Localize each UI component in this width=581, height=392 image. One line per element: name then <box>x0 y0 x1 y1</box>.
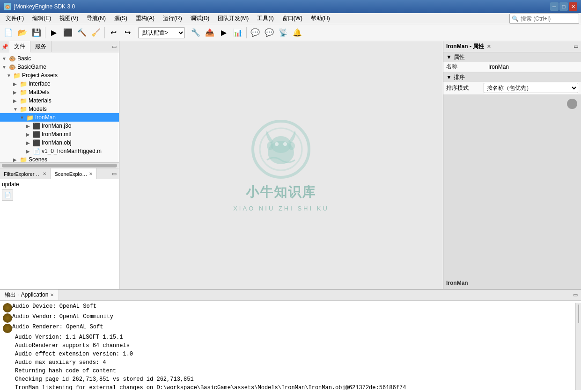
tab-files[interactable]: 文件 <box>9 41 30 52</box>
tab-output[interactable]: 输出 - Application ✕ <box>0 290 59 300</box>
tree-item-interface[interactable]: ▶ 📁 Interface <box>0 80 119 88</box>
toolbar-clean-btn[interactable]: 🧹 <box>89 26 103 39</box>
toolbar-redo-btn[interactable]: ↪ <box>121 26 134 39</box>
toolbar-btn-b[interactable]: 📤 <box>203 26 216 39</box>
bottom-left-maximize[interactable]: ▭ <box>110 168 119 179</box>
toolbar-save-all-btn[interactable]: 💾 <box>30 26 43 39</box>
output-text-2: Audio Vendor: OpenAL Community <box>12 313 573 320</box>
expand-ironman-j3o[interactable]: ▶ <box>26 123 33 129</box>
tree-item-ironman-mtl[interactable]: ▶ ⬛ IronMan.mtl <box>0 130 119 138</box>
toolbar-new-btn[interactable]: 📄 <box>2 26 15 39</box>
expand-ironman[interactable]: ▼ <box>20 115 26 120</box>
output-line-1: Audio Device: OpenAL Soft <box>0 303 575 313</box>
watermark-text-zh: 小牛知识库 <box>246 183 316 201</box>
expand-materials[interactable]: ▶ <box>13 98 20 103</box>
label-models: Models <box>29 106 117 112</box>
bottom-panel: 输出 - Application ✕ ▭ Audio Device: OpenA… <box>0 289 581 392</box>
svg-point-4 <box>267 142 273 150</box>
menu-help[interactable]: 帮助(H) <box>307 14 334 23</box>
tree-item-ironman[interactable]: ▼ 📁 IronMan <box>0 113 119 122</box>
toolbar-undo-btn[interactable]: ↩ <box>107 26 120 39</box>
toolbar-btn-a[interactable]: 🔧 <box>189 26 202 39</box>
expand-models[interactable]: ▼ <box>13 107 20 112</box>
tab-services[interactable]: 服务 <box>30 41 51 52</box>
minimize-button[interactable]: ─ <box>550 2 559 11</box>
hscroll-thumb[interactable] <box>2 164 117 167</box>
tab-output-close[interactable]: ✕ <box>50 292 54 298</box>
menu-navigate[interactable]: 导航(N) <box>83 14 110 23</box>
right-panel-close-tab[interactable]: ✕ <box>487 44 491 49</box>
close-button[interactable]: ✕ <box>569 2 577 11</box>
search-input[interactable] <box>521 15 577 22</box>
watermark-logo <box>250 119 311 180</box>
toolbar: 📄 📂 💾 ▶ ⬛ 🔨 🧹 ↩ ↪ 默认配置> 🔧 📤 ▶ 📊 💬 💬 📡 🔔 <box>0 24 581 41</box>
tree-item-scenes[interactable]: ▶ 📁 Scenes <box>0 155 119 162</box>
expand-projectassets[interactable]: ▼ <box>7 73 13 78</box>
tab-sceneexplorer-close[interactable]: ✕ <box>89 171 93 176</box>
expand-basicgame[interactable]: ▼ <box>2 65 8 70</box>
expand-ironman-rigged[interactable]: ▶ <box>26 149 33 154</box>
toolbar-btn-e[interactable]: 💬 <box>263 26 276 39</box>
output-maximize[interactable]: ▭ <box>570 290 581 300</box>
tree-item-ironman-j3o[interactable]: ▶ ⬛ IronMan.j3o <box>0 122 119 130</box>
left-panel-pin[interactable]: 📌 <box>0 41 9 52</box>
expand-scenes[interactable]: ▶ <box>13 157 20 162</box>
toolbar-run2-btn[interactable]: ▶ <box>217 26 230 39</box>
tab-sceneexplorer[interactable]: SceneExplo… ✕ <box>51 168 97 179</box>
tree-item-projectassets[interactable]: ▼ 📁 Project Assets <box>0 71 119 80</box>
menu-file[interactable]: 文件(F) <box>2 14 28 23</box>
output-scrollbar[interactable] <box>575 303 581 390</box>
menu-run[interactable]: 运行(R) <box>159 14 186 23</box>
bottom-left-tabs: FilterExplorer … ✕ SceneExplo… ✕ ▭ <box>0 168 119 179</box>
label-ironman-j3o: IronMan.j3o <box>42 123 117 129</box>
toolbar-stop-btn[interactable]: ⬛ <box>61 26 74 39</box>
output-scroll-thumb[interactable] <box>578 305 579 323</box>
left-panel-hscroll[interactable] <box>0 162 119 168</box>
expand-interface[interactable]: ▶ <box>13 81 20 87</box>
expand-basic[interactable]: ▼ <box>2 56 8 61</box>
props-dropdown-sort-mode[interactable]: 按名称（包优先） <box>484 83 578 93</box>
props-section-sort-header[interactable]: ▼ 排序 <box>443 73 581 82</box>
tree-item-matdefs[interactable]: ▶ 📁 MatDefs <box>0 88 119 96</box>
tab-filterexplorer-close[interactable]: ✕ <box>43 171 46 176</box>
props-key-name: 名称 <box>446 63 484 71</box>
menu-tools[interactable]: 工具(I) <box>253 14 277 23</box>
menu-window[interactable]: 窗口(W) <box>279 14 306 23</box>
preview-label: IronMan <box>446 280 468 286</box>
expand-ironman-obj[interactable]: ▶ <box>26 140 33 145</box>
tree-item-models[interactable]: ▼ 📁 Models <box>0 105 119 113</box>
label-basicgame: BasicGame <box>17 64 117 70</box>
tree-item-ironman-rigged[interactable]: ▶ 📄 v1_0_IronManRigged.m <box>0 147 119 155</box>
menu-edit[interactable]: 编辑(E) <box>29 14 55 23</box>
tab-filterexplorer[interactable]: FilterExplorer … ✕ <box>0 168 51 179</box>
toolbar-btn-d[interactable]: 💬 <box>249 26 262 39</box>
config-dropdown[interactable]: 默认配置> <box>138 27 185 38</box>
toolbar-btn-f[interactable]: 📡 <box>277 26 290 39</box>
label-basic: Basic <box>17 55 117 62</box>
toolbar-run-btn[interactable]: ▶ <box>47 26 60 39</box>
expand-matdefs[interactable]: ▶ <box>13 90 20 95</box>
tree-item-ironman-obj[interactable]: ▶ ⬛ IronMan.obj <box>0 138 119 147</box>
menu-view[interactable]: 视图(V) <box>56 14 82 23</box>
tab-output-label: 输出 - Application <box>5 291 48 299</box>
menu-source[interactable]: 源(S) <box>110 14 131 23</box>
props-section-attributes-header[interactable]: ▼ 属性 <box>443 52 581 62</box>
output-text-10: IronMan listening for external changes o… <box>15 385 573 390</box>
menu-team[interactable]: 团队开发(M) <box>214 14 252 23</box>
center-area: 小牛知识库 XIAO NIU ZHI SHI KU <box>119 41 443 289</box>
left-panel-maximize[interactable]: ▭ <box>110 41 119 52</box>
maximize-button[interactable]: □ <box>559 2 568 11</box>
output-line-4: Audio Version: 1.1 ALSOFT 1.15.1 <box>0 334 575 342</box>
expand-ironman-mtl[interactable]: ▶ <box>26 132 33 137</box>
toolbar-compile-btn[interactable]: 🔨 <box>75 26 88 39</box>
tree-item-basicgame[interactable]: ▼ 🐵 BasicGame <box>0 63 119 71</box>
toolbar-btn-c[interactable]: 📊 <box>231 26 244 39</box>
right-panel-maximize[interactable]: ▭ <box>574 44 578 50</box>
search-icon: 🔍 <box>512 15 519 22</box>
toolbar-open-btn[interactable]: 📂 <box>16 26 29 39</box>
tree-item-materials[interactable]: ▶ 📁 Materials <box>0 96 119 105</box>
toolbar-btn-g[interactable]: 🔔 <box>291 26 304 39</box>
tree-item-basic[interactable]: ▼ 🐵 Basic <box>0 54 119 63</box>
menu-debug[interactable]: 调试(D) <box>187 14 213 23</box>
menu-refactor[interactable]: 重构(A) <box>132 14 158 23</box>
